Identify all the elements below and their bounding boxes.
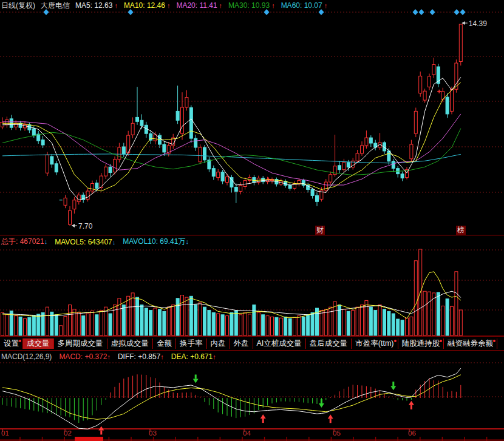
tab-换手率[interactable]: 换手率	[176, 338, 207, 349]
golden-cross-up-arrow-icon	[409, 401, 414, 409]
high-price-label: 14.39	[469, 19, 487, 28]
tab-内盘[interactable]: 内盘	[207, 338, 230, 349]
tab-成交量[interactable]: 成交量	[23, 338, 54, 349]
macd-legend-items: MACD: +0.372↑DIFF: +0.857↑DEA: +0.671↑	[59, 352, 216, 361]
death-cross-down-arrow-icon	[319, 399, 324, 408]
volume-legend-item: 总手: 467021↓	[1, 237, 47, 247]
macd-params-label: MACD(12,26,9)	[1, 352, 52, 361]
tab-陆股通持股[interactable]: 陆股通持股	[398, 338, 444, 349]
axis-month-label: 02	[64, 429, 72, 437]
golden-cross-up-arrow-icon	[328, 414, 333, 423]
chart-header: 日线(复权) 大唐电信 MA5: 12.63↑MA10: 12.46↑MA20:…	[0, 0, 504, 11]
time-axis: 010203040506	[0, 429, 504, 437]
notification-dot	[19, 340, 21, 342]
tab-盘后成交量[interactable]: 盘后成交量	[306, 338, 352, 349]
up-arrow-icon: ↑	[160, 353, 164, 360]
axis-month-label: 04	[243, 429, 251, 437]
up-arrow-icon: ↑	[114, 2, 118, 9]
up-arrow-icon: ↑	[271, 2, 275, 9]
tab-融资融券余额[interactable]: 融资融券余额	[444, 338, 497, 349]
kline-chart-canvas[interactable]: 14.397.70	[0, 0, 504, 441]
axis-month-label: 01	[1, 429, 9, 437]
tab-多周期成交量[interactable]: 多周期成交量	[54, 338, 107, 349]
notification-dot	[394, 340, 397, 342]
up-arrow-icon: ↑	[167, 2, 171, 9]
low-price-label: 7.70	[78, 222, 93, 231]
up-arrow-icon: ↑	[219, 2, 223, 9]
notification-dot	[493, 340, 495, 342]
axis-month-label: 06	[408, 429, 416, 437]
macd-legend-item: DIFF: +0.857↑	[118, 352, 164, 361]
ma-legend: MA5: 12.63↑MA10: 12.46↑MA20: 11.41↑MA30:…	[75, 1, 327, 10]
tab-AI立桩成交量[interactable]: AI立桩成交量	[253, 338, 306, 349]
tab-外盘[interactable]: 外盘	[230, 338, 253, 349]
death-cross-down-arrow-icon	[390, 382, 396, 390]
up-arrow-icon: ↑	[107, 353, 111, 360]
tab-设置[interactable]: 设置	[0, 338, 23, 349]
ma-legend-item: MA10: 12.46↑	[124, 1, 171, 10]
down-arrow-icon: ↓	[44, 238, 48, 245]
axis-month-label: 05	[333, 429, 341, 437]
up-arrow-icon: ↑	[213, 353, 216, 360]
volume-legend-item: MAVOL5: 643407↓	[55, 238, 115, 246]
stock-name[interactable]: 大唐电信	[41, 1, 70, 11]
ma-legend-item: MA20: 11.41↑	[176, 1, 222, 10]
notification-dot	[440, 340, 442, 342]
volume-legend-item: MAVOL10: 69.41万↓	[123, 237, 189, 247]
down-arrow-icon: ↓	[112, 238, 116, 246]
macd-legend-item: MACD: +0.372↑	[59, 352, 111, 361]
period-label[interactable]: 日线(复权)	[1, 1, 35, 11]
ma-legend-item: MA60: 10.07↑	[281, 1, 328, 10]
indicator-tab-bar: 设置成交量多周期成交量虚拟成交量金额换手率内盘外盘AI立桩成交量盘后成交量市盈率…	[0, 336, 504, 351]
ma-legend-item: MA30: 10.93↑	[228, 1, 275, 10]
volume-legend: 总手: 467021↓MAVOL5: 643407↓MAVOL10: 69.41…	[0, 236, 504, 247]
macd-legend-item: DEA: +0.671↑	[171, 352, 216, 361]
tab-市盈率(ttm)[interactable]: 市盈率(ttm)	[352, 338, 398, 349]
scrollbar-thumb[interactable]	[75, 437, 103, 441]
macd-legend: MACD(12,26,9) MACD: +0.372↑DIFF: +0.857↑…	[0, 351, 504, 362]
golden-cross-up-arrow-icon	[261, 414, 266, 423]
stock-chart-app: 财 榜 14.397.70 日线(复权) 大唐电信 MA5: 12.63↑MA1…	[0, 0, 504, 441]
ma-legend-item: MA5: 12.63↑	[75, 1, 118, 10]
up-arrow-icon: ↑	[324, 2, 328, 9]
axis-month-label: 03	[149, 429, 157, 437]
down-arrow-icon: ↓	[185, 238, 189, 245]
tab-虚拟成交量[interactable]: 虚拟成交量	[107, 338, 154, 349]
tab-金额[interactable]: 金额	[153, 338, 176, 349]
death-cross-down-arrow-icon	[193, 374, 199, 383]
